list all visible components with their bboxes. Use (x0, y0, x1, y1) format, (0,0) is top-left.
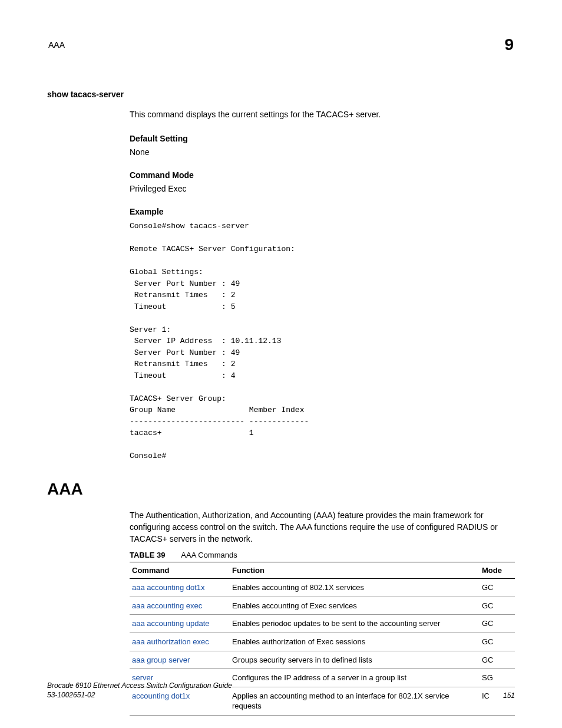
table-header-row: Command Function Mode (130, 562, 515, 579)
table-caption-label: TABLE 39 (130, 551, 165, 559)
footer-guide-title: Brocade 6910 Ethernet Access Switch Conf… (47, 681, 232, 690)
default-setting-value: None (130, 146, 515, 159)
table-caption-text: AAA Commands (181, 551, 237, 559)
command-function: Enables accounting of Exec services (230, 597, 480, 615)
command-mode: GC (480, 633, 515, 651)
command-function: Enables accounting of 802.1X services (230, 579, 480, 597)
command-link[interactable]: aaa accounting dot1x (130, 579, 230, 597)
command-function: Groups security servers in to defined li… (230, 651, 480, 669)
command-function: Enables authorization of Exec sessions (230, 633, 480, 651)
section-heading: AAA (47, 480, 515, 499)
footer-doc-number: 53-1002651-02 (47, 690, 232, 700)
command-link[interactable]: aaa group server (130, 651, 230, 669)
page-header: AAA 9 (47, 35, 515, 54)
command-content: This command displays the current settin… (130, 108, 515, 462)
table-row: aaa group serverGroups security servers … (130, 651, 515, 669)
command-mode-label: Command Mode (130, 169, 515, 182)
command-link[interactable]: aaa accounting exec (130, 597, 230, 615)
footer-left: Brocade 6910 Ethernet Access Switch Conf… (47, 681, 232, 700)
command-mode: GC (480, 597, 515, 615)
command-mode: GC (480, 579, 515, 597)
table-header-command: Command (130, 562, 230, 579)
command-title: show tacacs-server (47, 90, 515, 99)
command-mode: GC (480, 651, 515, 669)
table-caption: TABLE 39 AAA Commands (130, 551, 515, 559)
table-header-function: Function (230, 562, 480, 579)
footer-page-number: 151 (503, 691, 515, 700)
page-footer: Brocade 6910 Ethernet Access Switch Conf… (47, 681, 515, 700)
command-function: Enables periodoc updates to be sent to t… (230, 615, 480, 633)
example-label: Example (130, 206, 515, 218)
example-code: Console#show tacacs-server Remote TACACS… (130, 220, 515, 462)
table-row: aaa authorization execEnables authorizat… (130, 633, 515, 651)
command-link[interactable]: aaa accounting update (130, 615, 230, 633)
section-intro: The Authentication, Authorization, and A… (130, 509, 515, 545)
command-mode-value: Privileged Exec (130, 183, 515, 195)
table-row: aaa accounting execEnables accounting of… (130, 597, 515, 615)
default-setting-label: Default Setting (130, 133, 515, 145)
table-row: aaa accounting dot1xEnables accounting o… (130, 579, 515, 597)
header-chapter-number: 9 (504, 35, 514, 54)
command-mode: GC (480, 615, 515, 633)
table-row: aaa accounting updateEnables periodoc up… (130, 615, 515, 633)
command-description: This command displays the current settin… (130, 108, 515, 121)
header-section-name: AAA (48, 40, 65, 50)
table-header-mode: Mode (480, 562, 515, 579)
command-link[interactable]: aaa authorization exec (130, 633, 230, 651)
